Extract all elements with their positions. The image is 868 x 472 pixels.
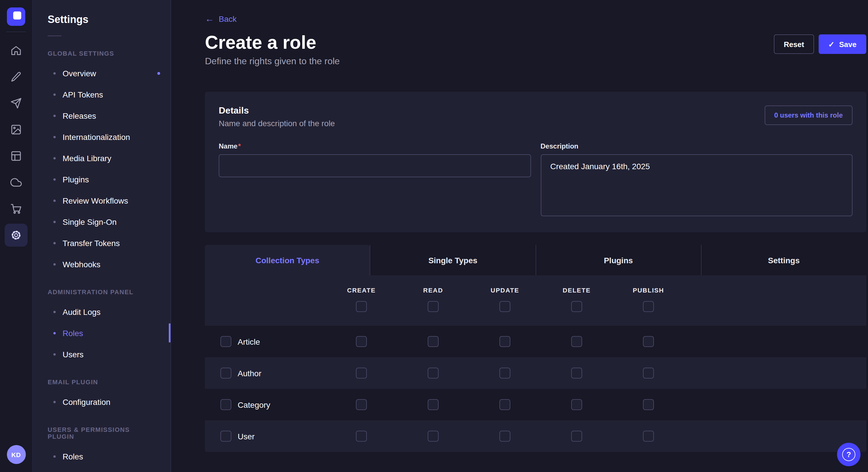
checkbox-header-update[interactable] <box>499 301 510 312</box>
checkbox-user-publish[interactable] <box>643 431 654 442</box>
bullet-icon <box>53 332 56 334</box>
checkbox-user-update[interactable] <box>499 431 510 442</box>
marketplace-cart-icon[interactable] <box>5 197 28 220</box>
cloud-icon[interactable] <box>5 171 28 194</box>
table-row-author: Author <box>205 357 866 389</box>
nav-item-transfer-tokens[interactable]: Transfer Tokens <box>33 232 170 254</box>
bullet-icon <box>53 199 56 202</box>
checkbox-category-create[interactable] <box>356 399 367 410</box>
nav-item-plugins[interactable]: Plugins <box>33 169 170 190</box>
checkbox-user-create[interactable] <box>356 431 367 442</box>
bullet-icon <box>53 157 56 159</box>
checkbox-author-row[interactable] <box>220 368 231 378</box>
nav-item-configuration[interactable]: Configuration <box>33 391 170 412</box>
checkbox-user-row[interactable] <box>220 431 231 442</box>
settings-gear-icon[interactable] <box>5 224 28 247</box>
checkbox-user-delete[interactable] <box>571 431 582 442</box>
checkbox-header-delete[interactable] <box>571 301 582 312</box>
app-window: KD Settings GLOBAL SETTINGS Overview API… <box>0 0 868 472</box>
checkbox-header-publish[interactable] <box>643 301 654 312</box>
checkbox-article-row[interactable] <box>220 336 231 347</box>
bullet-icon <box>53 178 56 180</box>
checkbox-category-delete[interactable] <box>571 399 582 410</box>
nav-item-label: Transfer Tokens <box>63 238 120 247</box>
home-icon[interactable] <box>5 39 28 62</box>
main-nav-rail: KD <box>0 0 33 472</box>
nav-item-label: Roles <box>63 452 83 461</box>
nav-item-label: Plugins <box>63 175 89 184</box>
details-form: Name* Description Created January 16th, … <box>219 140 852 218</box>
media-library-icon[interactable] <box>5 118 28 141</box>
nav-item-label: Webhooks <box>63 260 100 269</box>
content-type-builder-icon[interactable] <box>5 144 28 167</box>
checkbox-article-create[interactable] <box>356 336 367 347</box>
page-subtitle: Define the rights given to the role <box>205 56 866 67</box>
details-card: Details Name and description of the role… <box>205 92 866 232</box>
tab-plugins[interactable]: Plugins <box>535 245 701 275</box>
tab-collection-types[interactable]: Collection Types <box>205 245 370 275</box>
permissions-card: Collection Types Single Types Plugins Se… <box>205 245 866 452</box>
save-label: Save <box>839 40 857 48</box>
column-publish: PUBLISH <box>613 287 684 312</box>
nav-item-audit-logs[interactable]: Audit Logs <box>33 301 170 322</box>
nav-item-providers[interactable]: Providers <box>33 467 170 472</box>
permissions-table-header: CREATE READ UPDATE DELETE PUBLISH <box>205 275 866 326</box>
strapi-logo[interactable] <box>7 7 25 26</box>
nav-item-users[interactable]: Users <box>33 343 170 365</box>
checkbox-article-update[interactable] <box>499 336 510 347</box>
nav-item-label: Internationalization <box>63 132 130 141</box>
checkbox-article-publish[interactable] <box>643 336 654 347</box>
bullet-icon <box>53 263 56 265</box>
releases-icon[interactable] <box>5 92 28 115</box>
checkbox-category-read[interactable] <box>428 399 439 410</box>
tab-settings[interactable]: Settings <box>701 245 867 275</box>
nav-item-releases[interactable]: Releases <box>33 105 170 126</box>
content-manager-icon[interactable] <box>5 65 28 88</box>
bullet-icon <box>53 114 56 117</box>
back-link[interactable]: ← Back <box>205 14 237 24</box>
help-button[interactable]: ? <box>837 443 861 466</box>
nav-item-internationalization[interactable]: Internationalization <box>33 126 170 147</box>
description-textarea[interactable]: Created January 16th, 2025 <box>540 154 852 216</box>
column-delete: DELETE <box>541 287 613 312</box>
checkbox-category-row[interactable] <box>220 399 231 410</box>
checkbox-article-read[interactable] <box>428 336 439 347</box>
nav-item-api-tokens[interactable]: API Tokens <box>33 84 170 105</box>
checkbox-author-read[interactable] <box>428 368 439 378</box>
bullet-icon <box>53 72 56 74</box>
checkbox-category-update[interactable] <box>499 399 510 410</box>
nav-item-single-sign-on[interactable]: Single Sign-On <box>33 211 170 232</box>
checkbox-author-create[interactable] <box>356 368 367 378</box>
tab-single-types[interactable]: Single Types <box>370 245 536 275</box>
nav-item-roles-admin[interactable]: Roles <box>33 322 170 343</box>
checkbox-article-delete[interactable] <box>571 336 582 347</box>
nav-item-webhooks[interactable]: Webhooks <box>33 254 170 275</box>
description-field-group: Description Created January 16th, 2025 <box>540 140 852 218</box>
reset-button[interactable]: Reset <box>774 34 814 54</box>
save-button[interactable]: ✓ Save <box>818 34 866 54</box>
notification-dot-icon <box>157 72 160 74</box>
checkbox-author-update[interactable] <box>499 368 510 378</box>
checkbox-author-delete[interactable] <box>571 368 582 378</box>
checkbox-user-read[interactable] <box>428 431 439 442</box>
row-label: Category <box>238 400 270 409</box>
nav-item-review-workflows[interactable]: Review Workflows <box>33 190 170 211</box>
column-create: CREATE <box>326 287 397 312</box>
nav-item-label: Single Sign-On <box>63 217 117 226</box>
bullet-icon <box>53 310 56 313</box>
checkbox-author-publish[interactable] <box>643 368 654 378</box>
checkbox-header-create[interactable] <box>356 301 367 312</box>
bullet-icon <box>53 455 56 458</box>
users-with-role-button[interactable]: 0 users with this role <box>764 105 852 125</box>
settings-subnav: Settings GLOBAL SETTINGS Overview API To… <box>33 0 171 472</box>
user-avatar[interactable]: KD <box>7 445 26 464</box>
page-title: Create a role <box>205 31 866 54</box>
nav-item-media-library[interactable]: Media Library <box>33 147 170 169</box>
nav-item-roles-up[interactable]: Roles <box>33 446 170 467</box>
nav-item-overview[interactable]: Overview <box>33 63 170 84</box>
row-label: User <box>238 432 255 441</box>
checkbox-category-publish[interactable] <box>643 399 654 410</box>
name-label: Name* <box>219 142 241 150</box>
checkbox-header-read[interactable] <box>428 301 439 312</box>
name-input[interactable] <box>219 154 531 177</box>
